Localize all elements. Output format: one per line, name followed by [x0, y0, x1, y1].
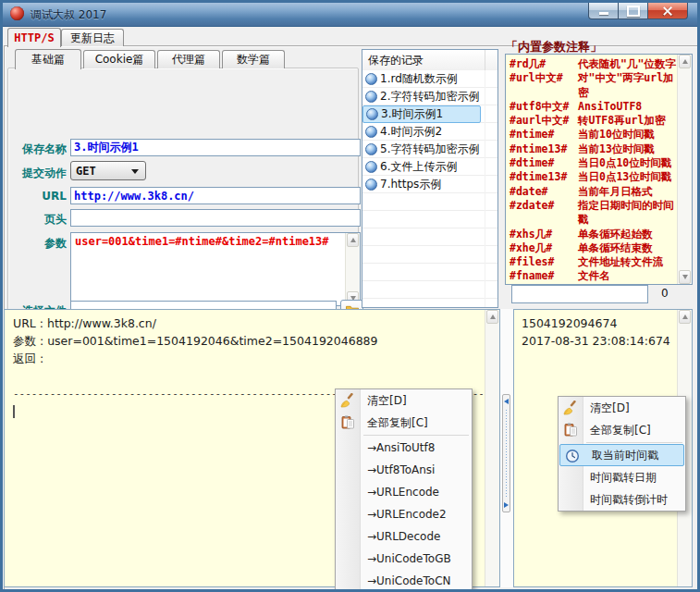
menu-item-utf8toansi[interactable]: →Utf8ToAnsi: [336, 459, 472, 481]
counter-input[interactable]: [511, 285, 648, 303]
url-label: URL: [12, 190, 67, 203]
note-line: #rd几#代表随机"几"位数字: [510, 57, 676, 71]
params-scrollbar[interactable]: [345, 233, 360, 305]
globe-icon: [366, 108, 378, 120]
scroll-up-icon[interactable]: [679, 55, 691, 68]
globe-icon: [365, 73, 377, 85]
app-window: 调试大叔 2017 HTTP/S 更新日志 基础篇 Cookie篇 代理篇 数学…: [0, 0, 700, 592]
note-line: #zdate#指定日期时间的时间戳: [510, 199, 676, 228]
note-line: #utf8中文#AnsiToUTF8: [510, 100, 676, 114]
params-label: 参数: [12, 236, 67, 252]
record-row-7[interactable]: 7.https示例: [362, 176, 497, 193]
saved-records-panel: 保存的记录 1.rd随机数示例 2.字符转码加密示例 3.时间示例1 4.时间示…: [362, 49, 498, 308]
menu-item-clear[interactable]: 清空[D]: [336, 389, 472, 412]
record-row-5[interactable]: 5.字符转码加密示例: [362, 141, 497, 158]
note-line: #url中文#对"中文"两字url加密: [510, 71, 676, 100]
method-value: GET: [76, 165, 96, 178]
response-url-line: URL : http://www.3k8.cn/: [13, 314, 483, 332]
minimize-button[interactable]: [588, 3, 619, 19]
menu-item-timestamp-to-date[interactable]: 时间戳转日期: [559, 466, 685, 488]
scroll-down-icon[interactable]: [679, 270, 691, 284]
counter-total: 0: [661, 287, 669, 300]
record-row-2[interactable]: 2.字符转码加密示例: [362, 88, 497, 105]
note-line: #ntime#当前10位时间戳: [510, 128, 676, 142]
note-line: #xhs几#单条循环起始数: [510, 228, 676, 241]
timestamp-value: 1504192094674: [522, 314, 675, 332]
records-header[interactable]: 保存的记录: [362, 50, 497, 71]
scroll-up-icon[interactable]: [486, 310, 498, 324]
record-row-6[interactable]: 6.文件上传示例: [362, 158, 497, 176]
menu-item-copy-all[interactable]: 全部复制[C]: [559, 419, 685, 441]
close-icon: [662, 6, 673, 17]
menu-item-urlencode2[interactable]: →URLEncode2: [336, 503, 472, 525]
note-line: #fname#文件名: [510, 269, 676, 283]
collapse-right-icon: [504, 502, 509, 508]
text-caret: [13, 405, 15, 418]
clipboard-icon: [563, 423, 578, 438]
menu-item-ansitoutf8[interactable]: →AnsiToUtf8: [336, 437, 472, 459]
output-context-menu: 清空[D] 全部复制[C] →AnsiToUtf8 →Utf8ToAnsi →U…: [335, 388, 473, 592]
header-input[interactable]: [70, 209, 361, 227]
menu-separator: [363, 435, 469, 436]
response-return-line: 返回 :: [13, 350, 483, 367]
maximize-button[interactable]: [619, 3, 648, 19]
subtab-math[interactable]: 数学篇: [222, 50, 285, 68]
close-button[interactable]: [648, 3, 688, 19]
notes-content: #rd几#代表随机"几"位数字 #url中文#对"中文"两字url加密 #utf…: [510, 57, 676, 284]
notes-panel: #rd几#代表随机"几"位数字 #url中文#对"中文"两字url加密 #utf…: [505, 54, 693, 285]
globe-icon: [365, 91, 377, 103]
tab-https[interactable]: HTTP/S: [7, 28, 61, 47]
globe-icon: [365, 161, 377, 173]
scroll-up-icon[interactable]: [347, 233, 359, 247]
maximize-icon: [627, 6, 640, 17]
record-row-3-selected[interactable]: 3.时间示例1: [362, 105, 481, 123]
params-textarea[interactable]: user=001&time1=#ntime#&time2=#ntime13#: [70, 232, 361, 306]
request-form: 保存名称 提交动作 GET URL 页头 参数 user=001&time1=#…: [7, 68, 359, 311]
record-row-1[interactable]: 1.rd随机数示例: [362, 70, 497, 88]
menu-item-unicodetogb[interactable]: →UniCodeToGB: [336, 548, 472, 570]
menu-item-urldecode[interactable]: →URLDecode: [336, 525, 472, 548]
subtab-cookie[interactable]: Cookie篇: [83, 50, 155, 68]
notes-scrollbar[interactable]: [677, 55, 692, 284]
panel-splitter[interactable]: [500, 309, 513, 587]
tab-changelog[interactable]: 更新日志: [61, 29, 124, 46]
minimize-icon: [599, 12, 608, 15]
globe-icon: [365, 143, 377, 155]
note-line: #ntime13#当前13位时间戳: [510, 142, 676, 156]
subtab-basic[interactable]: 基础篇: [15, 49, 81, 69]
url-input[interactable]: [70, 187, 361, 204]
header-divider: [485, 50, 485, 70]
clipboard-icon: [340, 415, 355, 430]
broom-icon: [563, 401, 578, 415]
clock-icon: [565, 449, 580, 463]
collapse-left-icon: [504, 399, 509, 404]
note-line: #xhe几#单条循环结束数: [510, 241, 676, 255]
splitter-grip[interactable]: [502, 394, 510, 512]
menu-item-clear[interactable]: 清空[D]: [559, 397, 685, 419]
record-row-4[interactable]: 4.时间示例2: [362, 123, 497, 141]
action-label: 提交动作: [12, 166, 67, 181]
save-name-input[interactable]: [70, 139, 361, 156]
menu-item-unicodetocn[interactable]: →UniCodeToCN: [336, 570, 472, 592]
app-icon: [10, 6, 24, 20]
note-line: #date#当前年月日格式: [510, 185, 676, 199]
menu-item-timestamp-to-countdown[interactable]: 时间戳转倒计时: [559, 488, 685, 511]
menu-item-copy-all[interactable]: 全部复制[C]: [336, 412, 472, 434]
globe-icon: [365, 126, 377, 138]
chevron-down-icon: [131, 169, 139, 174]
response-params-line: 参数 : user=001&time1=1504192046&time2=150…: [13, 332, 483, 350]
menu-item-get-current-timestamp[interactable]: 取当前时间戳: [559, 444, 684, 466]
scroll-up-icon[interactable]: [679, 310, 691, 324]
broom-icon: [340, 393, 355, 408]
response-scrollbar[interactable]: [485, 310, 499, 586]
globe-icon: [365, 179, 377, 191]
method-select[interactable]: GET: [70, 161, 146, 180]
header-label: 页头: [12, 212, 67, 228]
note-line: #dtime13#当日0点13位时间戳: [510, 170, 676, 184]
window-controls: [588, 3, 688, 19]
note-line: #aurl中文#转UTF8再url加密: [510, 114, 676, 128]
menu-item-urlencode[interactable]: →URLEncode: [336, 481, 472, 503]
params-value: user=001&time1=#ntime#&time2=#ntime13#: [75, 235, 343, 249]
timestamp-text: 1504192094674 2017-08-31 23:08:14:674: [522, 314, 675, 350]
subtab-proxy[interactable]: 代理篇: [157, 50, 220, 68]
